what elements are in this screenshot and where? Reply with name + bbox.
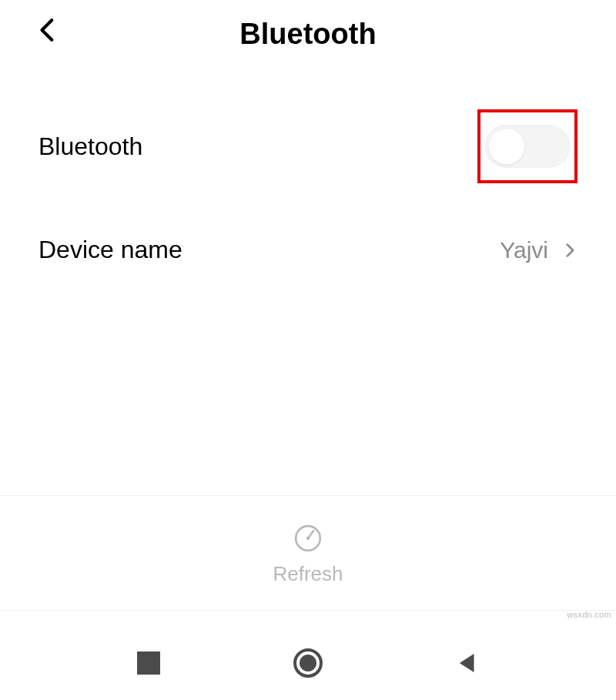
nav-home-icon (293, 648, 323, 678)
settings-list: Bluetooth Device name Yajvi (0, 68, 616, 290)
bluetooth-toggle[interactable] (485, 125, 570, 168)
refresh-label: Refresh (273, 562, 343, 586)
page-title: Bluetooth (0, 18, 616, 51)
header-bar: Bluetooth (0, 0, 616, 68)
bluetooth-settings-screen: Bluetooth Bluetooth Device name Yajvi (0, 0, 616, 700)
device-name-label: Device name (38, 236, 182, 264)
nav-back-icon (454, 650, 480, 676)
device-name-value-wrap: Yajvi (500, 237, 578, 263)
refresh-button[interactable]: Refresh (0, 495, 616, 611)
svg-marker-3 (459, 654, 474, 672)
refresh-icon (290, 521, 326, 556)
nav-recent-icon (137, 651, 160, 675)
highlight-box (477, 109, 578, 183)
device-name-value: Yajvi (500, 237, 548, 263)
back-icon (35, 17, 62, 43)
toggle-knob (488, 128, 525, 165)
nav-back-button[interactable] (448, 644, 487, 682)
system-nav-bar (0, 626, 616, 700)
svg-point-2 (306, 536, 310, 539)
nav-home-button[interactable] (289, 644, 327, 682)
bluetooth-label: Bluetooth (38, 132, 142, 161)
nav-recent-button[interactable] (129, 644, 168, 682)
bluetooth-toggle-row: Bluetooth (0, 83, 616, 209)
chevron-right-icon (562, 237, 578, 263)
back-button[interactable] (34, 15, 63, 45)
device-name-row[interactable]: Device name Yajvi (0, 209, 616, 290)
watermark: wsxdn.com (567, 610, 611, 619)
